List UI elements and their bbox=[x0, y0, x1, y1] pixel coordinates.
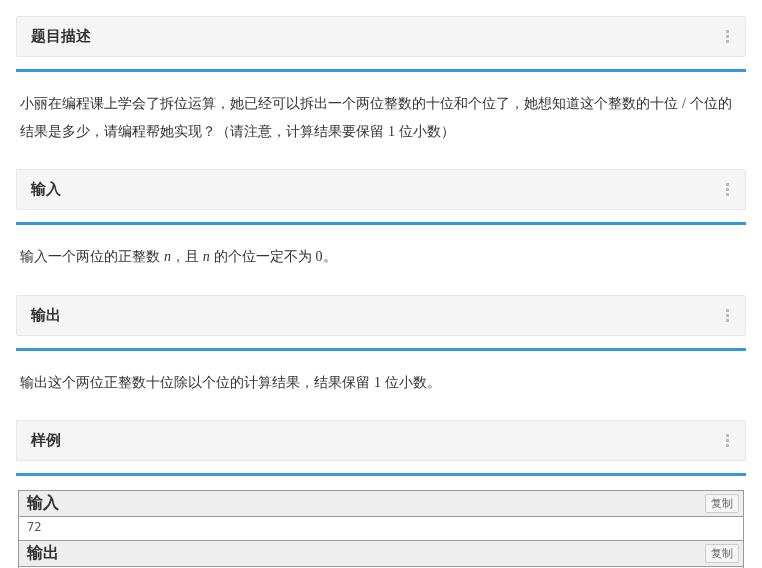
section-title-description: 题目描述 bbox=[31, 27, 91, 46]
divider bbox=[16, 473, 746, 476]
text: 位小数） bbox=[395, 123, 455, 139]
example-input-label: 输入 bbox=[27, 493, 59, 514]
panel-header-input: 输入 bbox=[16, 169, 746, 210]
math-one: 1 bbox=[388, 124, 395, 139]
text: 输出这个两位正整数十位除以个位的计算结果，结果保留 bbox=[20, 374, 374, 390]
math-zero: 0 bbox=[316, 249, 323, 264]
panel-input: 输入 输入一个两位的正整数 n，且 n 的个位一定不为 0。 bbox=[16, 169, 746, 289]
section-title-input: 输入 bbox=[31, 180, 61, 199]
copy-button[interactable]: 复制 bbox=[705, 544, 739, 563]
example-output-label: 输出 bbox=[27, 543, 59, 564]
example-block: 输入 复制 72 输出 复制 3.5 bbox=[18, 490, 744, 568]
divider bbox=[16, 69, 746, 72]
example-input-header: 输入 复制 bbox=[19, 491, 743, 517]
description-body: 小丽在编程课上学会了拆位运算，她已经可以拆出一个两位整数的十位和个位了，她想知道… bbox=[16, 86, 746, 163]
more-icon[interactable] bbox=[724, 181, 731, 198]
copy-button[interactable]: 复制 bbox=[705, 494, 739, 513]
math-n: n bbox=[203, 249, 210, 264]
text: 输入一个两位的正整数 bbox=[20, 248, 164, 264]
panel-description: 题目描述 小丽在编程课上学会了拆位运算，她已经可以拆出一个两位整数的十位和个位了… bbox=[16, 16, 746, 163]
example-output-header: 输出 复制 bbox=[19, 540, 743, 567]
text: 。 bbox=[323, 248, 337, 264]
example-input-value: 72 bbox=[19, 517, 743, 540]
section-title-output: 输出 bbox=[31, 306, 61, 325]
panel-example: 样例 输入 复制 72 输出 复制 3.5 bbox=[16, 420, 746, 568]
panel-header-example: 样例 bbox=[16, 420, 746, 461]
panel-header-description: 题目描述 bbox=[16, 16, 746, 57]
text: 小丽在编程课上学会了拆位运算，她已经可以拆出一个两位整数的十位和个位了，她想知道… bbox=[20, 95, 682, 111]
divider bbox=[16, 222, 746, 225]
more-icon[interactable] bbox=[724, 307, 731, 324]
math-one: 1 bbox=[374, 375, 381, 390]
panel-output: 输出 输出这个两位正整数十位除以个位的计算结果，结果保留 1 位小数。 bbox=[16, 295, 746, 415]
output-body: 输出这个两位正整数十位除以个位的计算结果，结果保留 1 位小数。 bbox=[16, 365, 746, 415]
math-n: n bbox=[164, 249, 171, 264]
divider bbox=[16, 348, 746, 351]
more-icon[interactable] bbox=[724, 432, 731, 449]
section-title-example: 样例 bbox=[31, 431, 61, 450]
text: 位小数。 bbox=[381, 374, 441, 390]
more-icon[interactable] bbox=[724, 28, 731, 45]
input-body: 输入一个两位的正整数 n，且 n 的个位一定不为 0。 bbox=[16, 239, 746, 289]
text: ，且 bbox=[171, 248, 203, 264]
panel-header-output: 输出 bbox=[16, 295, 746, 336]
text: 的个位一定不为 bbox=[210, 248, 316, 264]
